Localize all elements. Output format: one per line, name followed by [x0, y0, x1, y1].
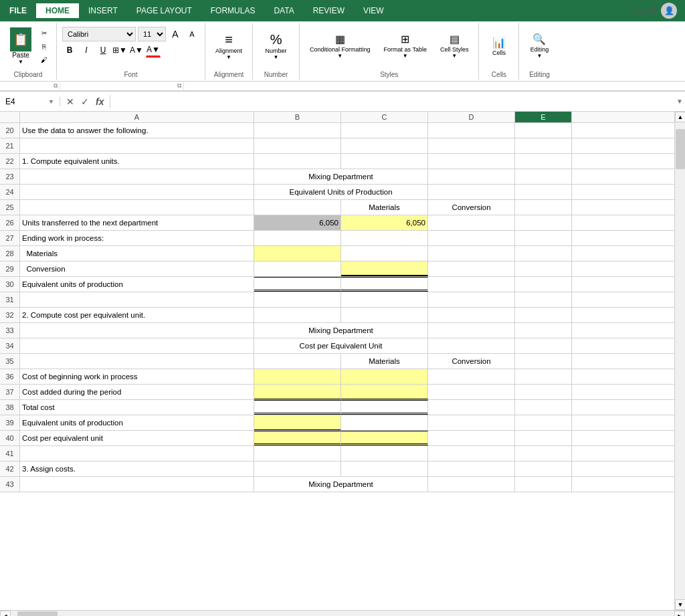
cell-d39[interactable] [428, 415, 515, 430]
conditional-formatting-button[interactable]: ▦ Conditional Formatting ▼ [305, 31, 375, 62]
cell-a24[interactable] [20, 185, 254, 199]
format-painter-button[interactable]: 🖌 [37, 54, 51, 66]
cell-b24[interactable]: Equivalent Units of Production [254, 185, 428, 199]
cell-d37[interactable] [428, 385, 515, 399]
cell-b20[interactable] [254, 123, 341, 138]
cell-ref-dropdown[interactable]: ▼ [48, 98, 54, 105]
cell-d28[interactable] [428, 246, 515, 261]
cell-b32[interactable] [254, 308, 341, 322]
cell-e41[interactable] [515, 446, 572, 461]
cell-a23[interactable] [20, 169, 254, 184]
col-header-b[interactable]: B [254, 112, 341, 122]
cell-b33[interactable]: Mixing Department [254, 323, 428, 338]
tab-data[interactable]: DATA [264, 3, 303, 18]
cell-b23[interactable]: Mixing Department [254, 169, 428, 184]
cell-a28[interactable]: Materials [20, 246, 254, 261]
cell-d38[interactable] [428, 400, 515, 415]
cell-e39[interactable] [515, 415, 572, 430]
cut-button[interactable]: ✂ [37, 27, 51, 39]
formula-input-area[interactable] [110, 97, 674, 106]
cell-d26[interactable] [428, 215, 515, 230]
insert-function-icon[interactable]: fx [94, 95, 106, 108]
cell-c38[interactable] [341, 400, 428, 415]
cell-d32[interactable] [428, 308, 515, 322]
cell-b36[interactable] [254, 369, 341, 384]
fill-color-button[interactable]: A▼ [129, 43, 144, 58]
cell-c32[interactable] [341, 308, 428, 322]
cell-d43[interactable] [428, 477, 515, 492]
cell-d36[interactable] [428, 369, 515, 384]
cell-b42[interactable] [254, 461, 341, 476]
cell-c37[interactable] [341, 385, 428, 399]
cell-d21[interactable] [428, 138, 515, 153]
cell-a25[interactable] [20, 200, 254, 215]
formula-bar-expand[interactable]: ▼ [674, 98, 685, 105]
cell-a34[interactable] [20, 338, 254, 353]
cell-e37[interactable] [515, 385, 572, 399]
cancel-formula-icon[interactable]: ✕ [64, 95, 76, 108]
tab-view[interactable]: VIEW [354, 3, 393, 18]
font-family-select[interactable]: Calibri [62, 27, 136, 41]
cell-a27[interactable]: Ending work in process: [20, 231, 254, 245]
cell-a36[interactable]: Cost of beginning work in process [20, 369, 254, 384]
cell-e26[interactable] [515, 215, 572, 230]
cells-button[interactable]: 📊 Cells [486, 35, 512, 59]
cell-e36[interactable] [515, 369, 572, 384]
cell-c40[interactable] [341, 431, 428, 445]
cell-c25[interactable]: Materials [341, 200, 428, 215]
col-header-c[interactable]: C [341, 112, 428, 122]
cell-e30[interactable] [515, 277, 572, 292]
cell-c35[interactable]: Materials [341, 354, 428, 369]
horizontal-scrollbar[interactable]: ◄ ► [0, 610, 685, 616]
cell-d25[interactable]: Conversion [428, 200, 515, 215]
cell-a31[interactable] [20, 292, 254, 307]
scroll-right-button[interactable]: ► [674, 611, 685, 617]
cell-e27[interactable] [515, 231, 572, 245]
tab-page-layout[interactable]: PAGE LAYOUT [127, 3, 201, 18]
cell-e28[interactable] [515, 246, 572, 261]
cell-b38[interactable] [254, 400, 341, 415]
cell-a22[interactable]: 1. Compute equivalent units. [20, 154, 254, 169]
cell-e29[interactable] [515, 262, 572, 276]
cell-c30[interactable] [341, 277, 428, 292]
paste-button[interactable]: 📋 Paste ▼ [5, 25, 36, 67]
tab-file[interactable]: FILE [0, 3, 36, 18]
cell-b39[interactable] [254, 415, 341, 430]
cell-c28[interactable] [341, 246, 428, 261]
cell-d23[interactable] [428, 169, 515, 184]
cell-d27[interactable] [428, 231, 515, 245]
cell-e31[interactable] [515, 292, 572, 307]
cell-c22[interactable] [341, 154, 428, 169]
cell-c29[interactable] [341, 262, 428, 276]
cell-a40[interactable]: Cost per equivalent unit [20, 431, 254, 445]
cell-a38[interactable]: Total cost [20, 400, 254, 415]
cell-d35[interactable]: Conversion [428, 354, 515, 369]
tab-home[interactable]: HOME [36, 3, 79, 18]
editing-button[interactable]: 🔍 Editing ▼ [526, 31, 554, 62]
cell-e22[interactable] [515, 154, 572, 169]
font-color-button[interactable]: A▼ [146, 43, 161, 58]
italic-button[interactable]: I [79, 43, 94, 58]
cell-e25[interactable] [515, 200, 572, 215]
borders-button[interactable]: ⊞▼ [112, 43, 127, 58]
cell-e33[interactable] [515, 323, 572, 338]
vertical-scrollbar[interactable]: ▲ ▼ [674, 112, 685, 610]
cell-d22[interactable] [428, 154, 515, 169]
font-launcher[interactable]: ⧉ [60, 82, 184, 90]
cell-e32[interactable] [515, 308, 572, 322]
cell-a20[interactable]: Use the data to answer the following. [20, 123, 254, 138]
cell-a30[interactable]: Equivalent units of production [20, 277, 254, 292]
cell-c31[interactable] [341, 292, 428, 307]
col-header-a[interactable]: A [20, 112, 254, 122]
cell-b34[interactable]: Cost per Equivalent Unit [254, 338, 428, 353]
cell-d29[interactable] [428, 262, 515, 276]
increase-font-button[interactable]: A [168, 27, 183, 41]
sign-in-link[interactable]: Sign In [633, 6, 658, 15]
cell-c39[interactable] [341, 415, 428, 430]
bold-button[interactable]: B [62, 43, 77, 58]
cell-a42[interactable]: 3. Assign costs. [20, 461, 254, 476]
scroll-left-button[interactable]: ◄ [0, 611, 11, 617]
cell-e23[interactable] [515, 169, 572, 184]
cell-c27[interactable] [341, 231, 428, 245]
cell-a41[interactable] [20, 446, 254, 461]
